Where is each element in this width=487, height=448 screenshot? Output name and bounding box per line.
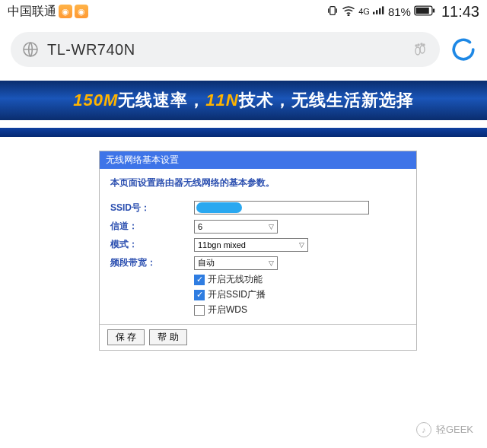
status-bar: 中国联通 ◉ ◉ 4G 81% 11:43	[0, 0, 487, 21]
bandwidth-label: 频段带宽：	[110, 256, 194, 269]
browser-toolbar: TL-WR740N	[0, 21, 487, 75]
svg-rect-4	[379, 8, 380, 14]
ssid-broadcast-checkbox[interactable]: ✓	[194, 290, 205, 300]
chevron-down-icon: ▽	[269, 223, 274, 230]
save-button[interactable]: 保 存	[107, 329, 145, 345]
bandwidth-select[interactable]: 自动 ▽	[194, 256, 278, 270]
banner-main: 150M无线速率，11N技术，无线生活新选择	[0, 81, 487, 120]
banner-text: 150M无线速率，11N技术，无线生活新选择	[73, 89, 413, 112]
battery-label: 81%	[388, 5, 411, 18]
signal-icon	[373, 5, 385, 18]
clock-label: 11:43	[441, 3, 479, 21]
mode-label: 模式：	[110, 238, 194, 251]
weibo-icon: ◉	[75, 5, 88, 18]
watermark: ♪ 轻GEEK	[416, 422, 473, 437]
bandwidth-value: 自动	[198, 257, 215, 268]
wifi-icon	[342, 5, 355, 18]
svg-rect-8	[433, 8, 434, 12]
channel-label: 信道：	[110, 220, 194, 233]
mode-value: 11bgn mixed	[198, 240, 246, 249]
wds-label: 开启WDS	[208, 303, 247, 316]
svg-rect-0	[330, 6, 336, 14]
carrier-label: 中国联通	[8, 4, 56, 20]
banner-stripe	[0, 128, 487, 137]
url-text: TL-WR740N	[47, 41, 403, 59]
weibo-icon: ◉	[59, 5, 72, 18]
help-button[interactable]: 帮 助	[149, 329, 186, 345]
status-left: 中国联通 ◉ ◉	[8, 4, 88, 20]
status-right: 4G 81% 11:43	[326, 3, 479, 21]
ssid-label: SSID号：	[110, 202, 194, 214]
svg-point-15	[423, 44, 425, 46]
svg-rect-2	[373, 11, 374, 14]
svg-point-13	[418, 44, 419, 46]
svg-rect-7	[415, 7, 428, 13]
panel-title: 无线网络基本设置	[100, 151, 416, 169]
banner-seg-1: 无线速率，	[118, 91, 205, 110]
panel-intro: 本页面设置路由器无线网络的基本参数。	[110, 176, 406, 189]
mode-select[interactable]: 11bgn mixed ▽	[194, 238, 308, 252]
battery-icon	[414, 5, 435, 18]
svg-point-1	[348, 14, 349, 16]
svg-point-14	[421, 43, 422, 45]
banner-accent-2: 11N	[205, 91, 238, 110]
banner-seg-2: 技术，无线生活新选择	[239, 91, 414, 110]
chevron-down-icon: ▽	[299, 241, 304, 249]
button-row: 保 存 帮 助	[100, 324, 416, 350]
wireless-enable-label: 开启无线功能	[208, 273, 263, 286]
vibrate-icon	[326, 5, 339, 19]
address-bar[interactable]: TL-WR740N	[11, 32, 440, 67]
ssid-input[interactable]	[194, 201, 369, 214]
wireless-settings-panel: 无线网络基本设置 本页面设置路由器无线网络的基本参数。 SSID号： 信道： 6…	[99, 151, 417, 351]
wds-checkbox[interactable]	[194, 305, 205, 316]
footprint-icon[interactable]	[411, 40, 429, 59]
svg-rect-3	[376, 10, 377, 14]
reload-icon[interactable]	[450, 37, 476, 62]
channel-value: 6	[198, 222, 202, 231]
svg-point-11	[420, 46, 425, 53]
chevron-down-icon: ▽	[269, 259, 274, 267]
network-label: 4G	[358, 7, 370, 16]
product-banner: 150M无线速率，11N技术，无线生活新选择	[0, 81, 487, 137]
svg-rect-5	[382, 6, 384, 14]
svg-point-12	[415, 45, 417, 46]
banner-accent-1: 150M	[73, 91, 118, 110]
svg-point-10	[415, 47, 420, 55]
watermark-text: 轻GEEK	[436, 423, 473, 437]
wireless-enable-checkbox[interactable]: ✓	[194, 275, 205, 285]
wechat-icon: ♪	[416, 422, 431, 437]
channel-select[interactable]: 6 ▽	[194, 220, 278, 234]
globe-icon	[21, 40, 40, 59]
ssid-broadcast-label: 开启SSID广播	[208, 288, 266, 301]
